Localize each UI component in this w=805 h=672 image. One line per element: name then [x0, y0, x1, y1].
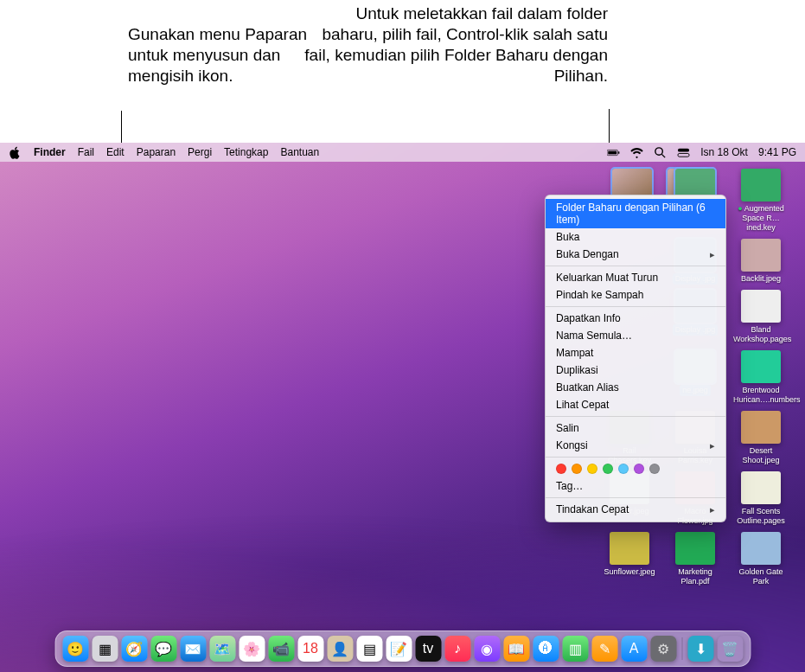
desktop-file[interactable]: Brentwood Hurican….numbers: [731, 350, 791, 406]
file-label: Sunflower.jpeg: [601, 566, 657, 578]
desktop-file[interactable]: Bland Workshop.pages: [731, 290, 791, 345]
dock-app-reminders[interactable]: ▤: [356, 636, 382, 662]
ctx-separator: [546, 457, 725, 458]
dock-app-contacts[interactable]: 👤: [327, 636, 353, 662]
ctx-remove-download[interactable]: Keluarkan Muat Turun: [546, 269, 725, 286]
control-center-icon[interactable]: [677, 146, 690, 159]
svg-rect-2: [618, 151, 619, 154]
ctx-new-folder-with-selection[interactable]: Folder Baharu dengan Pilihan (6 Item): [546, 199, 725, 228]
dock-app-calendar[interactable]: 18: [297, 636, 323, 662]
tag-color-dot[interactable]: [618, 464, 629, 474]
tag-color-dot[interactable]: [649, 464, 660, 474]
file-label: Bland Workshop.pages: [731, 324, 791, 345]
battery-icon[interactable]: [607, 146, 620, 159]
desktop-file[interactable]: Sunflower.jpeg: [599, 532, 660, 587]
dock-app-trash[interactable]: 🗑️: [717, 636, 743, 662]
apple-menu-icon[interactable]: [9, 146, 22, 159]
dock-app-notes[interactable]: 📝: [386, 636, 412, 662]
file-thumb: [741, 290, 781, 323]
menu-bar: Finder Fail Edit Paparan Pergi Tetingkap…: [0, 143, 805, 162]
dock-app-downloads[interactable]: ⬇︎: [687, 636, 713, 662]
svg-rect-5: [678, 148, 689, 151]
dock-app-mail[interactable]: ✉️: [180, 636, 206, 662]
menubar-item-view[interactable]: Paparan: [137, 146, 176, 158]
menubar-item-file[interactable]: Fail: [78, 146, 94, 158]
menubar-time[interactable]: 9:41 PG: [758, 146, 796, 158]
ctx-copy[interactable]: Salin: [546, 419, 725, 437]
dock-app-safari[interactable]: 🧭: [121, 636, 147, 662]
desktop-file[interactable]: Golden Gate Park: [731, 532, 791, 587]
tag-color-dot[interactable]: [587, 464, 597, 474]
ctx-open-with[interactable]: Buka Dengan▸: [546, 246, 725, 263]
file-thumb: [741, 471, 781, 504]
dock-app-photos[interactable]: 🌸: [239, 636, 265, 662]
callout-new-folder: Untuk meletakkan fail dalam folder bahar…: [297, 3, 608, 86]
dock-app-facetime[interactable]: 📹: [268, 636, 294, 662]
ctx-separator: [546, 306, 725, 307]
tag-color-dot[interactable]: [556, 464, 566, 474]
menubar-item-edit[interactable]: Edit: [106, 146, 125, 158]
file-label: Marketing Plan.pdf: [665, 566, 725, 587]
ctx-separator: [546, 416, 725, 417]
menubar-item-window[interactable]: Tetingkap: [224, 146, 268, 158]
ctx-share[interactable]: Kongsi▸: [546, 437, 725, 454]
dock-separator: [681, 637, 682, 660]
chevron-right-icon: ▸: [710, 249, 715, 260]
desktop-file[interactable]: Fall Scents Outline.pages: [731, 471, 791, 527]
dock-app-finder[interactable]: 🙂: [62, 636, 88, 662]
dock-app-pages-app[interactable]: ✎: [591, 636, 617, 662]
ctx-get-info[interactable]: Dapatkan Info: [546, 310, 725, 327]
ctx-tag-colors: [546, 460, 725, 477]
context-menu: Folder Baharu dengan Pilihan (6 Item) Bu…: [545, 195, 726, 522]
ctx-rename[interactable]: Nama Semula…: [546, 327, 725, 344]
ctx-duplicate[interactable]: Duplikasi: [546, 362, 725, 379]
chevron-right-icon: ▸: [710, 504, 715, 515]
menubar-app-name[interactable]: Finder: [34, 146, 66, 158]
menubar-date[interactable]: Isn 18 Okt: [700, 146, 748, 158]
svg-rect-1: [609, 150, 617, 154]
dock-app-settings[interactable]: ⚙︎: [650, 636, 676, 662]
desktop-file[interactable]: Backlit.jpeg: [731, 239, 791, 285]
ctx-make-alias[interactable]: Buatkan Alias: [546, 379, 725, 396]
dock-app-music[interactable]: ♪: [444, 636, 470, 662]
ctx-quick-look[interactable]: Lihat Cepat: [546, 396, 725, 413]
dock-app-books[interactable]: 📖: [503, 636, 529, 662]
wifi-icon[interactable]: [630, 146, 643, 159]
spotlight-icon[interactable]: [654, 146, 667, 159]
dock-app-app-store-2[interactable]: A: [621, 636, 647, 662]
ctx-compress[interactable]: Mampat: [546, 344, 725, 362]
dock-app-numbers-app[interactable]: ▥: [562, 636, 588, 662]
chevron-right-icon: ▸: [710, 440, 715, 451]
dock-app-podcasts[interactable]: ◉: [474, 636, 500, 662]
file-label: Desert Shoot.jpeg: [731, 445, 791, 466]
ctx-move-to-trash[interactable]: Pindah ke Sampah: [546, 286, 725, 304]
file-label: Golden Gate Park: [731, 566, 791, 587]
tag-color-dot[interactable]: [603, 464, 613, 474]
file-thumb: [741, 411, 781, 444]
ctx-open[interactable]: Buka: [546, 228, 725, 246]
file-thumb: [741, 350, 781, 383]
svg-line-4: [662, 154, 666, 157]
dock-app-maps[interactable]: 🗺️: [209, 636, 235, 662]
dock-app-messages[interactable]: 💬: [150, 636, 176, 662]
file-thumb: [741, 169, 781, 202]
desktop-file[interactable]: Augmented Space R…ined.key: [731, 169, 791, 234]
file-thumb: [610, 532, 649, 565]
file-thumb: [675, 532, 715, 565]
tag-color-dot[interactable]: [634, 464, 644, 474]
ctx-tag[interactable]: Tag…: [546, 477, 725, 495]
desktop-file[interactable]: Marketing Plan.pdf: [665, 532, 725, 587]
file-label: Backlit.jpeg: [738, 273, 783, 285]
file-label: Fall Scents Outline.pages: [731, 506, 791, 527]
dock-app-tv[interactable]: tv: [415, 636, 441, 662]
ctx-quick-actions[interactable]: Tindakan Cepat▸: [546, 501, 725, 518]
tag-color-dot[interactable]: [572, 464, 582, 474]
dock-app-appstore[interactable]: 🅐: [533, 636, 559, 662]
svg-rect-6: [678, 153, 689, 157]
desktop-file[interactable]: Desert Shoot.jpeg: [731, 411, 791, 466]
mac-desktop: Finder Fail Edit Paparan Pergi Tetingkap…: [0, 143, 805, 672]
menubar-item-help[interactable]: Bantuan: [280, 146, 319, 158]
menubar-item-go[interactable]: Pergi: [188, 146, 212, 158]
dock: 🙂▦🧭💬✉️🗺️🌸📹18👤▤📝tv♪◉📖🅐▥✎A⚙︎⬇︎🗑️: [54, 630, 751, 667]
dock-app-launchpad[interactable]: ▦: [92, 636, 118, 662]
